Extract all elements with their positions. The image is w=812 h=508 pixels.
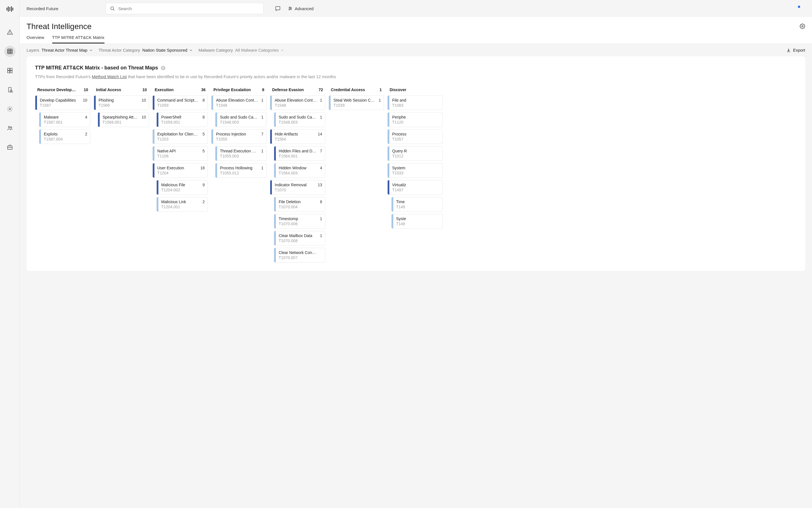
ttp-name: Sudo and Sudo Ca…	[279, 115, 316, 119]
ttp-card[interactable]: Timestomp1T1070.006	[274, 214, 325, 228]
ttp-id: T1548	[216, 103, 263, 108]
ttp-card[interactable]: Exploits2T1587.004	[39, 129, 90, 144]
ttp-name: Syste	[396, 216, 406, 221]
ttp-card[interactable]: Hide Artifacts14T1564	[270, 129, 325, 144]
ttp-card[interactable]: Native API5T1106	[153, 146, 208, 161]
filter-malware-value[interactable]: All Malware Categories	[235, 48, 284, 52]
svg-rect-1	[8, 6, 8, 12]
tab-0[interactable]: Overview	[27, 35, 44, 43]
ttp-id: T149	[396, 221, 440, 226]
ttp-count: 2	[202, 200, 205, 204]
search-input[interactable]	[118, 6, 259, 11]
ttp-name: Clear Mailbox Data	[279, 234, 312, 238]
ttp-card[interactable]: File Deletion8T1070.004	[274, 197, 325, 212]
advanced-search-button[interactable]: Advanced	[288, 6, 314, 11]
nav-matrix-icon[interactable]	[4, 46, 15, 57]
ttp-card[interactable]: Hidden Window4T1564.003	[274, 163, 325, 178]
ttp-name: Spearphishing Att…	[103, 115, 137, 119]
matrix-column: Defense Evasion72Abuse Elevation Cont…1T…	[270, 86, 325, 262]
nav-briefcase-icon[interactable]	[4, 142, 15, 153]
card-title: TTP MITRE ATT&CK Matrix - based on Threa…	[35, 65, 158, 71]
ttp-card[interactable]: Process Hollowing1T1055.012	[215, 163, 267, 178]
ttp-name: Virtualiz	[392, 182, 406, 187]
ttp-card[interactable]: Hidden Files and D…7T1564.001	[274, 146, 325, 161]
ttp-name: Hidden Window	[279, 166, 306, 170]
ttp-name: Abuse Elevation Cont…	[216, 98, 258, 102]
ttp-id: T1539	[333, 103, 381, 108]
nav-search-page-icon[interactable]	[4, 84, 15, 95]
nav-users-icon[interactable]	[4, 123, 15, 134]
ttp-card[interactable]: Phishing10T1566	[94, 95, 149, 110]
page-settings-icon[interactable]	[800, 24, 805, 30]
ttp-card[interactable]: PeripheT1120	[388, 112, 443, 127]
ttp-card[interactable]: Malicious Link2T1204.001	[156, 197, 208, 212]
ttp-card[interactable]: Malware4T1587.001	[39, 112, 90, 127]
ttp-count: 14	[318, 132, 322, 136]
mitre-matrix: Resource Develop…10Develop Capabilities1…	[35, 86, 797, 262]
filter-actor-value[interactable]: Nation State Sponsored	[142, 48, 193, 52]
ttp-card[interactable]: Malicious File9T1204.002	[156, 180, 208, 195]
ttp-id: T1033	[392, 171, 440, 175]
column-header: Execution36	[153, 86, 208, 93]
ttp-card[interactable]: Clear Network Con…T1070.007	[274, 248, 325, 262]
ttp-card[interactable]: Steal Web Session C…1T1539	[329, 95, 384, 110]
ttp-card[interactable]: Process Injection7T1055	[211, 129, 267, 144]
side-navigation	[0, 0, 20, 508]
ttp-card[interactable]: Command and Script…8T1059	[153, 95, 208, 110]
ttp-card[interactable]: Indicator Removal13T1070	[270, 180, 325, 195]
brand-logo-icon[interactable]	[6, 5, 14, 13]
ttp-count: 1	[261, 149, 263, 153]
global-search[interactable]	[106, 3, 264, 14]
ttp-card[interactable]: Clear Mailbox Data1T1070.008	[274, 231, 325, 246]
ttp-id: T1055	[216, 137, 263, 141]
ttp-name: Malicious Link	[161, 200, 186, 204]
ttp-card[interactable]: PowerShell8T1059.001	[156, 112, 208, 127]
ttp-card[interactable]: VirtualizT1497	[388, 180, 443, 195]
ttp-name: Process	[392, 132, 407, 136]
svg-point-31	[289, 9, 290, 10]
ttp-name: File Deletion	[279, 200, 301, 204]
ttp-card[interactable]: Query RT1012	[388, 146, 443, 161]
ttp-id: T1070.007	[279, 255, 322, 260]
ttp-card[interactable]: User Execution18T1204	[153, 163, 208, 178]
brand-name: Recorded Future	[27, 6, 100, 11]
ttp-count: 2	[85, 132, 87, 136]
ttp-card[interactable]: Abuse Elevation Cont…1T1548	[270, 95, 325, 110]
tab-1[interactable]: TTP MITRE ATT&CK Matrix	[52, 35, 105, 43]
ttp-card[interactable]: Exploitation for Clien…5T1203	[153, 129, 208, 144]
ttp-card[interactable]: Abuse Elevation Cont…1T1548	[211, 95, 267, 110]
method-watchlist-link[interactable]: Method Watch List	[92, 74, 127, 79]
page-title: Threat Intelligence	[27, 22, 91, 31]
info-icon[interactable]: ?	[161, 66, 165, 70]
ttp-id: T1203	[157, 137, 205, 141]
svg-rect-2	[9, 7, 10, 11]
filter-actor-label: Threat Actor Category	[98, 48, 140, 52]
ttp-id: T1012	[392, 154, 440, 158]
ttp-id: T1059.001	[161, 120, 205, 124]
ttp-count: 5	[202, 149, 205, 153]
ttp-card[interactable]: ProcessT1057	[388, 129, 443, 144]
ttp-name: Thread Execution …	[220, 149, 256, 153]
ttp-card[interactable]: SysteT149	[391, 214, 443, 228]
svg-rect-15	[10, 71, 12, 73]
ttp-name: PowerShell	[161, 115, 181, 119]
ttp-id: T149	[396, 205, 440, 209]
ttp-card[interactable]: File andT1083	[388, 95, 443, 110]
export-button[interactable]: Export	[786, 48, 805, 52]
filter-layers-value[interactable]: Threat Actor Threat Map	[41, 48, 93, 52]
chat-icon[interactable]	[275, 6, 281, 11]
ttp-card[interactable]: Thread Execution …1T1055.003	[215, 146, 267, 161]
nav-alerts-icon[interactable]	[4, 27, 15, 38]
ttp-card[interactable]: TimeT149	[391, 197, 443, 212]
ttp-card[interactable]: Spearphishing Att…10T1566.001	[98, 112, 149, 127]
ttp-card[interactable]: Develop Capabilities10T1587	[35, 95, 90, 110]
ttp-card[interactable]: SystemT1033	[388, 163, 443, 178]
nav-settings-icon[interactable]	[4, 103, 15, 115]
ttp-card[interactable]: Sudo and Sudo Ca…1T1548.003	[274, 112, 325, 127]
ttp-card[interactable]: Sudo and Sudo Ca…1T1548.003	[215, 112, 267, 127]
ttp-id: T1070.008	[279, 239, 322, 243]
matrix-column: Execution36Command and Script…8T1059Powe…	[153, 86, 208, 262]
ttp-count: 1	[320, 216, 322, 221]
ttp-id: T1106	[157, 154, 205, 158]
nav-dashboard-icon[interactable]	[4, 65, 15, 76]
